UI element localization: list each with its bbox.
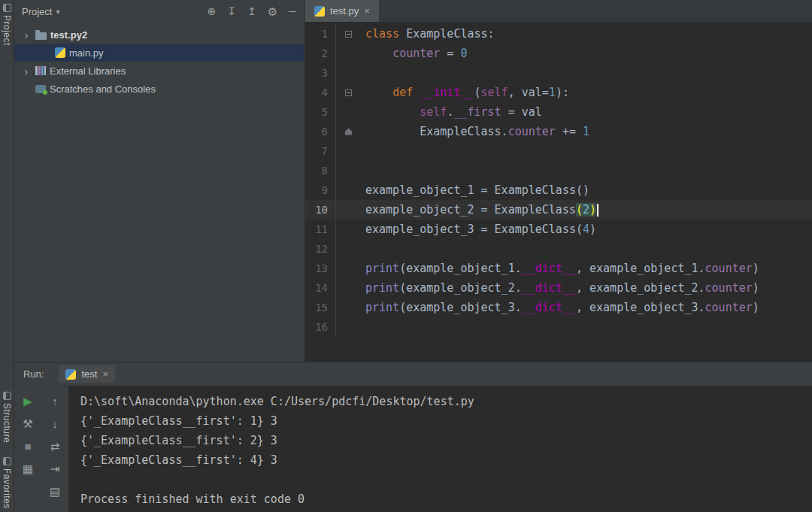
- code-line[interactable]: 7: [305, 141, 812, 161]
- line-number[interactable]: 13: [305, 259, 335, 278]
- editor[interactable]: test.py × 1class ExampleClass:2 counter …: [305, 0, 812, 362]
- collapse-all-icon[interactable]: ↧: [227, 6, 236, 17]
- down-stack-trace-icon[interactable]: ↓: [48, 418, 62, 429]
- editor-tab-testpy[interactable]: test.py ×: [305, 0, 379, 22]
- console-line: {'_ExampleClass__first': 1} 3: [80, 411, 812, 431]
- code-token: self: [481, 86, 508, 99]
- code-token: 1: [549, 86, 556, 99]
- code-line[interactable]: 14print(example_object_2.__dict__, examp…: [305, 278, 812, 298]
- code-token: __init__: [420, 86, 474, 99]
- stripe-button-favorites[interactable]: Favorites: [2, 468, 12, 509]
- code-token: ): [753, 301, 759, 314]
- code-token: ExampleClass:: [399, 27, 494, 41]
- tree-item-external-libraries[interactable]: ›External Libraries: [14, 62, 304, 80]
- code-token: (example_object_3.: [399, 301, 522, 314]
- code-token: 0: [460, 47, 467, 60]
- line-number[interactable]: 8: [305, 161, 335, 180]
- gutter-fold-column: [335, 239, 361, 259]
- code-line[interactable]: 12: [305, 239, 812, 259]
- line-number[interactable]: 4: [305, 83, 335, 102]
- code-token: 4: [583, 223, 589, 236]
- line-number[interactable]: 2: [305, 44, 335, 63]
- scroll-to-end-icon[interactable]: ⇥: [48, 463, 62, 474]
- tree-item-main-py[interactable]: main.py: [14, 44, 304, 62]
- code-token: 2: [583, 203, 589, 217]
- project-header-icons: ⊕↧↥⚙─: [207, 6, 296, 17]
- stop-icon[interactable]: ■: [21, 441, 35, 452]
- hide-panel-icon[interactable]: ─: [289, 6, 296, 17]
- code-line[interactable]: 4 def __init__(self, val=1):: [305, 83, 812, 102]
- code-line[interactable]: 2 counter = 0: [305, 44, 812, 63]
- chevron-right-icon[interactable]: ›: [21, 29, 32, 41]
- settings-wrench-icon[interactable]: ⚒: [21, 418, 35, 429]
- code-line[interactable]: 3: [305, 63, 812, 83]
- run-tab-test[interactable]: test ×: [59, 365, 115, 383]
- stripe-button-structure[interactable]: Structure: [2, 403, 12, 443]
- code-token: __dict__: [522, 262, 576, 275]
- code-text: ExampleClass.counter += 1: [361, 122, 589, 141]
- run-panel-label: Run:: [23, 368, 44, 380]
- fold-collapse-icon[interactable]: [345, 31, 352, 38]
- restore-layout-icon[interactable]: ⇄: [48, 441, 62, 452]
- code-text: self.__first = val: [361, 102, 542, 122]
- scratches-icon: [35, 85, 46, 93]
- line-number[interactable]: 11: [305, 220, 335, 239]
- line-number[interactable]: 12: [305, 239, 335, 259]
- code-area[interactable]: 1class ExampleClass:2 counter = 034 def …: [305, 23, 812, 362]
- code-token: def: [392, 86, 420, 99]
- code-token: print: [365, 262, 399, 275]
- project-tool-icon[interactable]: [3, 4, 11, 12]
- code-token: (example_object_2.: [399, 281, 522, 295]
- close-icon[interactable]: ×: [102, 368, 108, 380]
- chevron-down-icon[interactable]: ▾: [56, 8, 59, 16]
- code-line[interactable]: 6 ExampleClass.counter += 1: [305, 122, 812, 141]
- run-body: ▶⚒■▦ ↑↓⇄⇥▤ D:\soft\Anaconda\python.exe C…: [14, 386, 812, 512]
- run-tab-label: test: [81, 368, 97, 380]
- console-output[interactable]: D:\soft\Anaconda\python.exe C:/Users/pdc…: [68, 386, 812, 512]
- line-number[interactable]: 15: [305, 298, 335, 317]
- gutter-fold-column: [335, 102, 361, 122]
- favorites-tool-icon[interactable]: [3, 457, 11, 465]
- structure-tool-icon[interactable]: [3, 392, 11, 400]
- settings-gear-icon[interactable]: ⚙: [268, 6, 277, 17]
- line-number[interactable]: 10: [305, 200, 335, 220]
- line-number[interactable]: 1: [305, 24, 335, 44]
- folder-icon: [35, 32, 47, 40]
- fold-end-icon[interactable]: [345, 129, 352, 135]
- chevron-right-icon[interactable]: ›: [21, 65, 32, 77]
- tree-item-test-py2[interactable]: ›test.py2: [14, 26, 304, 44]
- code-line[interactable]: 15print(example_object_3.__dict__, examp…: [305, 298, 812, 317]
- stripe-button-project[interactable]: Project: [2, 15, 12, 46]
- code-token: ): [753, 281, 759, 295]
- project-panel-title[interactable]: Project: [22, 6, 52, 17]
- code-line[interactable]: 11example_object_3 = ExampleClass(4): [305, 220, 812, 239]
- code-line[interactable]: 5 self.__first = val: [305, 102, 812, 122]
- code-line[interactable]: 8: [305, 161, 812, 180]
- code-line[interactable]: 9example_object_1 = ExampleClass(): [305, 180, 812, 200]
- console-line: Process finished with exit code 0: [80, 489, 812, 509]
- code-line[interactable]: 16: [305, 317, 812, 337]
- rerun-icon[interactable]: ▶: [21, 395, 35, 407]
- line-number[interactable]: 9: [305, 180, 335, 200]
- gutter-fold-column: [335, 44, 361, 63]
- locate-file-icon[interactable]: ⊕: [207, 6, 216, 17]
- print-icon[interactable]: ▤: [48, 486, 62, 497]
- line-number[interactable]: 3: [305, 63, 335, 83]
- line-number[interactable]: 14: [305, 278, 335, 298]
- tree-item-label: main.py: [69, 47, 104, 59]
- code-token: [365, 105, 420, 119]
- console-grid-icon[interactable]: ▦: [21, 463, 35, 474]
- code-line[interactable]: 1class ExampleClass:: [305, 24, 812, 44]
- code-line[interactable]: 10example_object_2 = ExampleClass(2): [305, 200, 812, 220]
- close-icon[interactable]: ×: [364, 5, 370, 17]
- line-number[interactable]: 7: [305, 141, 335, 161]
- line-number[interactable]: 6: [305, 122, 335, 141]
- expand-all-icon[interactable]: ↥: [247, 6, 256, 17]
- line-number[interactable]: 16: [305, 317, 335, 337]
- code-line[interactable]: 13print(example_object_1.__dict__, examp…: [305, 259, 812, 278]
- tree-item-scratches-and-consoles[interactable]: Scratches and Consoles: [14, 80, 304, 98]
- line-number[interactable]: 5: [305, 102, 335, 122]
- project-header: Project ▾ ⊕↧↥⚙─: [14, 0, 304, 23]
- fold-collapse-icon[interactable]: [345, 89, 352, 96]
- up-stack-trace-icon[interactable]: ↑: [48, 395, 62, 407]
